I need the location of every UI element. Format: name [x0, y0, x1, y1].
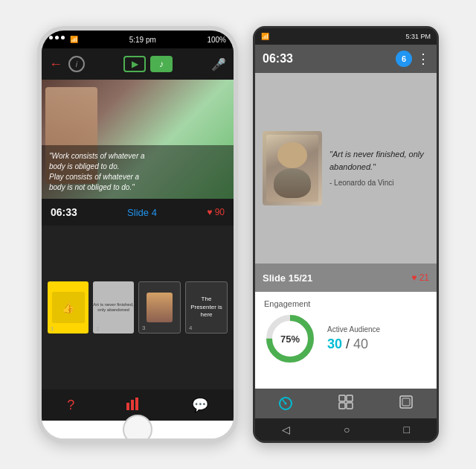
mini-slide-2-text: Art is never finished, only abandoned	[93, 302, 134, 313]
phone2-time: 5:31 PM	[405, 33, 431, 40]
help-icon[interactable]: ?	[67, 398, 74, 413]
toolbar-center: ▶ ♪	[123, 56, 173, 72]
chat-icon[interactable]: 💬	[192, 397, 208, 413]
phone2-header: 06:33 6 ⋮	[255, 45, 437, 73]
slide-quote: "Work consists of whatever a body is obl…	[49, 151, 226, 193]
bottom-tab-1[interactable]	[277, 394, 294, 413]
engagement-percent: 75%	[280, 334, 300, 345]
svg-point-6	[284, 403, 286, 405]
engagement-card: Engagement 75%	[255, 292, 437, 389]
notification-badge[interactable]: 6	[396, 51, 412, 67]
grid-icon	[338, 394, 354, 410]
phone2-header-right: 6 ⋮	[396, 51, 429, 67]
android-home[interactable]: ○	[344, 424, 350, 436]
video-button[interactable]: ▶	[123, 56, 146, 72]
android-back[interactable]: ◁	[282, 424, 290, 436]
bar-chart-svg	[126, 397, 141, 410]
phone2-bottom-bar	[255, 389, 437, 418]
slide-number-label: Slide 15/21	[263, 272, 312, 284]
phone1-home-area	[42, 421, 234, 438]
slide-quote-overlay: "Work consists of whatever a body is obl…	[42, 145, 234, 199]
da-vinci-inner	[266, 135, 318, 202]
slide-likes2: ♥ 21	[411, 272, 429, 283]
svg-rect-11	[400, 396, 412, 408]
da-vinci-beard	[274, 168, 311, 198]
chart-icon[interactable]	[126, 397, 141, 414]
dot2	[55, 36, 59, 39]
toolbar-left: ← i	[49, 56, 85, 72]
home-button[interactable]	[123, 415, 152, 443]
mini-slide-4-num: 4	[189, 325, 192, 331]
bottom-tab-3[interactable]	[398, 394, 414, 413]
svg-rect-0	[126, 403, 129, 410]
slide-info-bar: 06:33 Slide 4 ♥ 90	[42, 199, 234, 226]
svg-rect-2	[135, 398, 138, 410]
mini-slide-3-person	[147, 293, 173, 322]
svg-rect-9	[339, 403, 345, 409]
slide-image: "Work consists of whatever a body is obl…	[42, 80, 234, 199]
da-vinci-face	[277, 142, 307, 168]
phone2-signal: 📶	[261, 33, 269, 40]
da-vinci-image	[263, 131, 322, 205]
quote-author: - Leonardo da Vinci	[329, 177, 429, 188]
back-icon[interactable]: ←	[49, 57, 62, 72]
signal-dots: 📶	[49, 36, 78, 43]
phone2-status-bar: 📶 5:31 PM	[255, 28, 437, 45]
mini-slide-4-text: The Presenter is here	[186, 293, 227, 322]
slides-icon	[398, 394, 414, 410]
phone2-status-right: 5:31 PM	[405, 33, 431, 40]
audience-numbers: 30 / 40	[327, 336, 428, 352]
engagement-stats: Active Audience 30 / 40	[327, 325, 428, 352]
svg-rect-7	[339, 395, 345, 401]
gauge-icon	[277, 394, 294, 410]
mini-slide-2[interactable]: Art is never finished, only abandoned 2	[93, 281, 134, 334]
android-nav: ◁ ○ □	[255, 418, 437, 441]
donut-chart: 75%	[264, 313, 316, 365]
mini-slide-3-num: 3	[142, 325, 145, 331]
mini-slide-2-num: 2	[96, 325, 99, 332]
bottom-tab-2[interactable]	[338, 394, 354, 413]
phone1-status-bar: 📶 5:19 pm 100%	[42, 31, 234, 48]
phone1-battery: 100%	[207, 36, 226, 44]
mini-slide-1[interactable]: 👍 1	[48, 281, 89, 334]
mini-slide-1-num: 1	[51, 325, 54, 332]
phone2-slide-footer: Slide 15/21 ♥ 21	[255, 264, 437, 292]
phone1-device: 📶 5:19 pm 100% ← i ▶ ♪ 🎤	[37, 26, 238, 443]
phone2-slide-main: "Art is never finished, only abandoned."…	[255, 73, 437, 264]
active-count: 30	[327, 336, 342, 351]
dots-menu-icon[interactable]: ⋮	[416, 51, 429, 67]
total-count: 40	[353, 336, 368, 351]
phone2-timer: 06:33	[263, 52, 293, 66]
separator: /	[346, 336, 353, 351]
info-icon[interactable]: i	[68, 56, 85, 72]
engagement-content: 75% Active Audience 30 / 40	[264, 313, 428, 365]
phone2-slide-area: "Art is never finished, only abandoned."…	[255, 73, 437, 389]
phone1-toolbar: ← i ▶ ♪ 🎤	[42, 48, 234, 80]
heart-icon2: ♥	[411, 272, 416, 283]
likes-count2: 21	[419, 272, 429, 283]
slide-quote2: "Art is never finished, only abandoned."…	[329, 148, 429, 188]
mic-icon[interactable]: 🎤	[211, 57, 226, 71]
phone2-device: 📶 5:31 PM 06:33 6 ⋮	[253, 26, 439, 443]
toolbar-right: 🎤	[211, 57, 226, 71]
svg-rect-1	[131, 400, 134, 410]
heart-icon: ♥	[207, 207, 212, 217]
slide-timer: 06:33	[51, 206, 77, 218]
engagement-title: Engagement	[264, 299, 428, 308]
quote-text: "Art is never finished, only abandoned."	[329, 148, 429, 173]
mini-slide-4[interactable]: The Presenter is here 4	[185, 281, 228, 334]
svg-rect-8	[347, 395, 353, 401]
dot3	[61, 36, 65, 39]
svg-rect-10	[347, 403, 353, 409]
phone1-screen: ← i ▶ ♪ 🎤 "Work consist	[42, 48, 234, 421]
svg-rect-12	[402, 398, 410, 406]
phone1-time: 5:19 pm	[129, 36, 156, 44]
mini-slide-3[interactable]: 3	[138, 281, 181, 334]
audience-label: Active Audience	[327, 325, 428, 334]
speaker-icon: ♪	[159, 59, 164, 69]
android-recent[interactable]: □	[404, 424, 410, 436]
video-icon: ▶	[132, 59, 138, 69]
likes-count: 90	[215, 207, 225, 217]
phone2-screen: 06:33 6 ⋮ "Art is	[255, 45, 437, 418]
speaker-button[interactable]: ♪	[150, 56, 173, 72]
